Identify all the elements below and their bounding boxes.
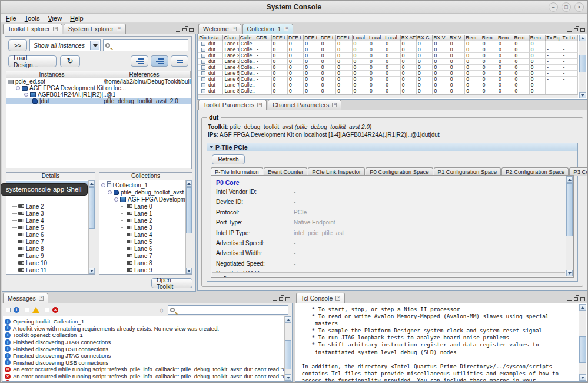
table-row[interactable]: dutLane 3Colle...-00000000000000000-- [198,59,578,65]
flat-list-button[interactable] [171,55,188,67]
ptile-hscrollbar[interactable] [212,272,565,276]
tab-tcl-console[interactable]: Tcl Console [296,293,345,303]
messages-scrollbar[interactable] [284,316,291,381]
tab-toolkit-explorer[interactable]: Toolkit Explorer [3,24,62,34]
table-row[interactable]: dutLane 6Colle...-00000000000000000-- [198,77,578,82]
message-row[interactable]: iFinished discovering JTAG connections [3,339,284,346]
panel-restore-icon[interactable] [574,297,578,301]
list-item[interactable]: Lane 5 [6,224,88,231]
pin-checkbox[interactable] [201,71,205,75]
column-header-6[interactable]: DFE t... [288,35,304,41]
window-close-icon[interactable]: × [574,2,584,12]
table-row[interactable]: dutLane 5Colle...-00000000000000000-- [198,71,578,77]
channel-table-vscrollbar[interactable] [579,35,586,98]
column-header-5[interactable]: DFE t... [272,35,288,41]
tree-row[interactable]: AGF FPGA Development Kit on loc... [6,85,191,91]
column-header-15[interactable]: RX V... [433,35,449,41]
collections-scrollbar[interactable] [185,180,192,274]
column-header-2[interactable]: Chan... [223,35,239,41]
tree-row[interactable]: ptile_debug_toolkit_avst [99,189,185,196]
tree-expander-icon[interactable] [16,86,20,90]
filter-info-checkbox[interactable] [6,308,11,312]
message-row[interactable]: iFinished discovering USB connections [3,345,284,352]
window-maximize-icon[interactable]: □ [562,2,571,12]
column-header-1[interactable]: Insta... [207,35,223,41]
tree-expander-icon[interactable] [101,183,105,187]
column-header-13[interactable]: RX ATT [401,35,417,41]
message-row[interactable]: ×An error occurred while running script … [3,379,284,381]
instance-searchbox[interactable] [103,39,188,51]
list-item[interactable]: Lane 12 [6,273,88,274]
table-row[interactable]: dutLane 7Colle...-00000000000000000-- [198,82,578,88]
tree-row[interactable]: Lane 6 [99,245,185,252]
tree-row[interactable]: Lane 0 [99,203,185,210]
refresh-instances-button[interactable]: ↻ [60,55,80,67]
subtab-p-tile-information[interactable]: P-Tile Information [211,167,263,176]
menu-file[interactable]: File [2,14,20,22]
panel-maximize-icon[interactable] [189,28,194,32]
pin-checkbox[interactable] [201,83,205,87]
tree-row[interactable]: Lane 9 [99,266,185,273]
column-header-18[interactable]: Rem... [481,35,497,41]
column-header-references[interactable]: References [98,71,191,78]
list-item[interactable]: Lane 3 [6,210,88,217]
tab-toolkit-parameters[interactable]: Toolkit Parameters [198,100,267,110]
tcl-console-output[interactable]: * To start, stop, or step a Nios II proc… [296,304,578,381]
scroll-down-icon[interactable] [285,374,291,381]
subtab-event-counter[interactable]: Event Counter [264,167,308,176]
column-header-3[interactable]: Colle... [240,35,255,41]
titlebar[interactable]: System Console – □ × [1,1,587,14]
ptile-vscrollbar[interactable] [566,176,573,276]
pin-checkbox[interactable] [201,48,205,52]
tab-close-icon[interactable] [284,27,288,31]
expand-tree-button[interactable] [151,55,168,67]
column-header-23[interactable]: Tx Lo... [562,35,578,41]
scroll-up-icon[interactable] [566,176,573,183]
filter-error-checkbox[interactable] [45,308,49,312]
panel-restore-icon[interactable] [574,28,578,31]
panel-minimize-icon[interactable] [567,300,572,301]
tree-row[interactable]: Lane 8 [99,259,185,266]
list-item[interactable]: Lane 4 [6,217,88,224]
list-item[interactable]: Lane 2 [6,203,88,210]
tab-close-icon[interactable] [39,296,44,301]
chevron-down-icon[interactable] [90,41,99,50]
pin-checkbox[interactable] [201,65,205,70]
refresh-button[interactable]: Refresh [212,154,245,164]
scroll-up-icon[interactable] [579,35,586,41]
scroll-thumb[interactable] [186,187,192,233]
tree-row[interactable]: Lane 2 [99,217,185,224]
column-header-21[interactable]: Rem... [530,35,546,41]
tree-row[interactable]: Lane 1 [99,210,185,217]
tab-collection-1[interactable]: Collection_1 [242,24,294,34]
tree-row[interactable]: Lane 5 [99,238,185,245]
message-row[interactable]: ×An error occurred while running script … [3,366,284,373]
message-row[interactable]: iToolkit opened: Collection_1 [3,332,284,339]
tree-expander-icon[interactable] [108,190,112,194]
tcl-scrollbar[interactable] [579,304,586,381]
list-item[interactable]: Lane 9 [6,252,88,259]
scroll-thumb[interactable] [566,183,573,236]
window-minimize-icon[interactable]: – [549,2,558,12]
table-row[interactable]: dutLane 1Colle...-00000000000000000-- [198,47,578,53]
scroll-down-icon[interactable] [566,270,573,276]
subtab-p1-configuration-space[interactable]: P1 Configuration Space [434,167,501,176]
tab-close-icon[interactable] [117,27,121,31]
pin-checkbox[interactable] [201,60,205,64]
tree-row[interactable]: AGFB014R24AI.|R1|R2)|..@1 [6,91,191,98]
menu-help[interactable]: Help [67,14,87,22]
pin-checkbox[interactable] [201,89,205,93]
tab-welcome[interactable]: Welcome [198,24,241,34]
pin-checkbox[interactable] [201,54,205,58]
collapse-tree-button[interactable] [131,55,148,67]
column-header-10[interactable]: Local... [353,35,368,41]
table-row[interactable]: dutLane 8Colle...-00000000000000000-- [198,88,578,94]
scroll-up-icon[interactable] [285,316,291,323]
list-item[interactable]: Lane 11 [6,266,88,273]
tree-expander-icon[interactable] [24,93,28,97]
tab-system-explorer[interactable]: System Explorer [64,24,126,34]
panel-minimize-icon[interactable] [273,300,277,301]
message-row[interactable]: ×An error occurred while running script … [3,373,284,380]
panel-maximize-icon[interactable] [285,297,290,301]
tab-close-icon[interactable] [53,27,58,31]
